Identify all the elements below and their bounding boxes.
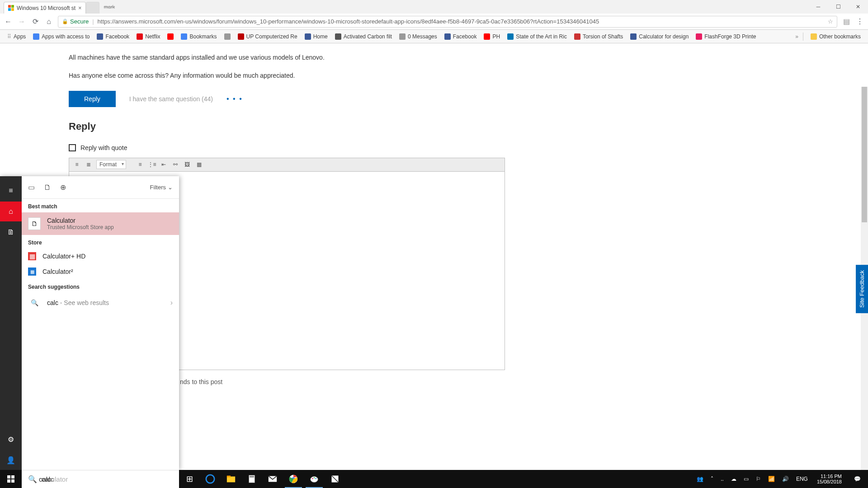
table-icon[interactable]: ▦ (194, 160, 204, 169)
bookmark-item[interactable]: State of the Art in Ric (505, 33, 570, 41)
ms-favicon-icon (8, 5, 14, 11)
bookmark-item[interactable]: Apps with access to (30, 33, 92, 41)
svg-point-15 (315, 478, 316, 479)
start-button[interactable] (0, 470, 22, 488)
align-center-icon[interactable]: ≣ (84, 160, 94, 169)
reply-quote-checkbox[interactable] (69, 144, 76, 151)
browser-tab-active[interactable]: Windows 10 Microsoft st × (4, 2, 86, 14)
bookmark-item[interactable]: 0 Messages (396, 33, 440, 41)
result-web-suggest[interactable]: 🔍 calc - See web results › (22, 293, 179, 313)
window-close-icon[interactable]: ✕ (848, 0, 868, 14)
result-store-calc2[interactable]: ▦ Calculator² (22, 264, 179, 279)
bookmark-item[interactable]: Facebook (94, 33, 132, 41)
taskbar-calculator-icon[interactable] (241, 470, 262, 488)
apps-button[interactable]: ⠿Apps (5, 33, 28, 41)
window-maximize-icon[interactable]: ☐ (828, 0, 848, 14)
bookmark-star-icon[interactable]: ☆ (828, 18, 833, 25)
reply-heading: Reply (69, 121, 868, 132)
rail-home-icon[interactable]: ⌂ (0, 202, 22, 221)
tray-battery-icon[interactable]: ▭ (742, 476, 750, 482)
windows-logo-icon (7, 475, 14, 483)
search-icon: 🔍 (28, 475, 37, 483)
tray-volume-icon[interactable]: 🔊 (780, 476, 791, 482)
taskbar-mail-icon[interactable] (262, 470, 283, 488)
scope-web-icon[interactable]: ⊕ (60, 183, 66, 192)
tray-language[interactable]: ENG (794, 476, 810, 482)
chrome-profile-badge[interactable]: mark (99, 4, 119, 9)
format-dropdown[interactable]: Format (96, 160, 126, 169)
chrome-menu-icon[interactable]: ⋮ (855, 17, 864, 26)
more-actions-icon[interactable]: • • • (226, 95, 243, 103)
bookmark-item[interactable]: Netflix (134, 33, 163, 41)
outdent-icon[interactable]: ⇤ (159, 160, 169, 169)
taskbar-paint-icon[interactable] (304, 470, 325, 488)
svg-point-14 (314, 477, 315, 479)
bookmark-item[interactable]: Torsion of Shafts (571, 33, 626, 41)
taskbar-chrome-icon[interactable] (283, 470, 304, 488)
taskbar-explorer-icon[interactable] (221, 470, 241, 488)
tray-onedrive-icon[interactable]: ☁ (729, 476, 738, 482)
result-calculator[interactable]: 🗋 Calculator Trusted Microsoft Store app (22, 212, 179, 235)
tray-action-center-icon[interactable]: 💬 (849, 476, 865, 482)
bookmark-item[interactable]: Facebook (442, 33, 480, 41)
cortana-search-box[interactable]: 🔍 calculator (22, 470, 179, 488)
bookmark-favicon-icon (33, 33, 39, 40)
rail-documents-icon[interactable]: 🗎 (0, 222, 22, 242)
start-rail: ≡ ⌂ 🗎 ⚙ 👤 (0, 176, 22, 470)
image-icon[interactable]: 🖼 (182, 160, 192, 169)
post-paragraph: All machines have the same standard apps… (69, 52, 868, 62)
align-left-icon[interactable]: ≡ (72, 160, 82, 169)
tray-people-icon[interactable]: 👥 (695, 476, 705, 482)
bookmark-item[interactable]: FlashForge 3D Printe (693, 33, 759, 41)
store-app-icon: ▦ (28, 252, 36, 260)
bookmark-item[interactable]: UP Computerized Re (235, 33, 300, 41)
tray-wifi-icon[interactable]: 📶 (766, 476, 777, 482)
extension-icon[interactable]: ▤ (842, 17, 851, 26)
task-view-icon[interactable]: ⊞ (179, 470, 200, 488)
rail-power-icon[interactable]: 👤 (0, 450, 22, 470)
taskbar-app-icon[interactable] (325, 470, 345, 488)
reply-button[interactable]: Reply (69, 91, 116, 107)
same-question-link[interactable]: I have the same question (44) (129, 95, 213, 103)
nav-reload-icon[interactable]: ⟳ (31, 17, 40, 26)
svg-rect-1 (11, 475, 14, 479)
tray-chevron-up-icon[interactable]: ˄ (709, 476, 715, 482)
site-feedback-button[interactable]: Site Feedback (856, 265, 868, 313)
bookmark-item[interactable]: PH (481, 33, 503, 41)
bookmark-item[interactable]: Calculator for design (627, 33, 691, 41)
chevron-down-icon: ⌄ (168, 184, 173, 191)
link-icon[interactable]: ⚯ (170, 160, 180, 169)
svg-rect-6 (227, 476, 231, 478)
truncated-text: nds to this post (180, 378, 868, 385)
rail-settings-icon[interactable]: ⚙ (0, 429, 22, 449)
scope-documents-icon[interactable]: 🗋 (44, 183, 51, 192)
tray-clock[interactable]: 11:16 PM 15/08/2018 (813, 474, 845, 484)
new-tab-button[interactable] (86, 2, 99, 14)
rail-menu-icon[interactable]: ≡ (0, 181, 22, 201)
taskbar-edge-icon[interactable] (200, 470, 221, 488)
apps-grid-icon: ⠿ (7, 33, 11, 40)
filters-dropdown[interactable]: Filters ⌄ (150, 184, 173, 191)
search-icon: 🔍 (28, 296, 41, 309)
tray-app-icon[interactable]: .. (719, 476, 726, 482)
bookmark-item[interactable]: Activated Carbon filt (332, 33, 395, 41)
secure-badge: Secure (62, 18, 89, 25)
number-list-icon[interactable]: ⋮≡ (147, 160, 157, 169)
bookmark-item[interactable] (222, 33, 233, 41)
omnibox[interactable]: Secure | https://answers.microsoft.com/e… (58, 16, 837, 28)
tab-close-icon[interactable]: × (78, 5, 82, 11)
window-minimize-icon[interactable]: ─ (808, 0, 828, 14)
bookmark-item[interactable] (165, 33, 176, 41)
other-bookmarks[interactable]: Other bookmarks (808, 33, 863, 41)
tray-security-icon[interactable]: ⚐ (754, 476, 763, 482)
nav-back-icon[interactable]: ← (4, 18, 13, 26)
search-input[interactable] (42, 475, 173, 483)
bookmark-item[interactable]: Bookmarks (178, 33, 219, 41)
bookmark-favicon-icon (137, 33, 143, 40)
bullet-list-icon[interactable]: ≡ (135, 160, 145, 169)
bookmarks-overflow-icon[interactable]: » (795, 33, 798, 40)
scope-apps-icon[interactable]: ▭ (28, 183, 35, 192)
bookmark-item[interactable]: Home (302, 33, 330, 41)
nav-home-icon[interactable]: ⌂ (44, 18, 53, 26)
result-store-calc-hd[interactable]: ▦ Calculator+ HD (22, 249, 179, 264)
